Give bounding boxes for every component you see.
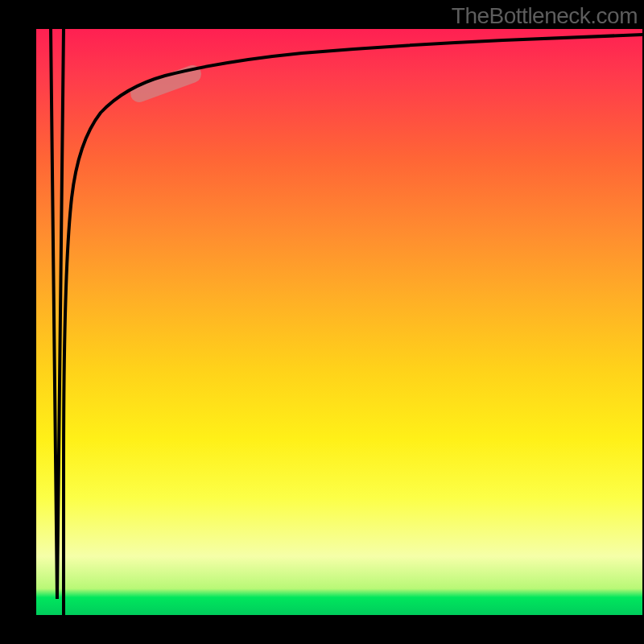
main-curve-path — [64, 29, 642, 335]
chart-container: TheBottleneck.com — [0, 0, 644, 644]
watermark-text: TheBottleneck.com — [452, 3, 638, 29]
plot-area — [36, 29, 642, 615]
curve-layer — [36, 29, 642, 615]
spike-path — [51, 29, 64, 599]
main-curve-path-2 — [64, 35, 642, 615]
